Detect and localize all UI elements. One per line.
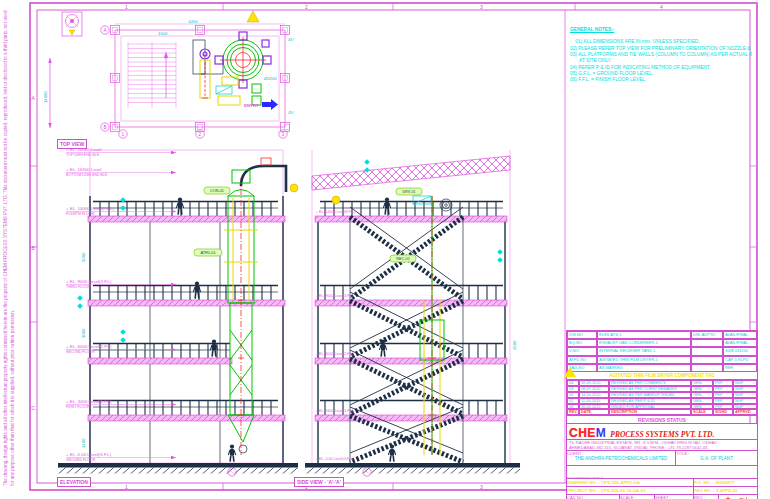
cell: [691, 347, 723, 355]
plan-view-label: TOP VIEW: [57, 139, 87, 149]
general-notes: GENERAL NOTES:- 01) ALL DIMENSIONS ARE I…: [570, 14, 752, 90]
revision-triangle-icon: [564, 367, 576, 377]
balloon-icon: [290, 184, 298, 192]
plan-dim-inner: 1500: [158, 31, 168, 36]
side-dim: 4500: [512, 340, 517, 350]
zone-number: 4: [660, 4, 663, 10]
scale-label: SCALE :: [620, 495, 654, 499]
project-no: CPS-526-09-14-GA-01: [601, 488, 646, 493]
cell: ELEV-ATS-1: [597, 331, 691, 339]
ground-line: [58, 463, 298, 474]
ground-line: [305, 463, 520, 474]
cell: SIZE-DN150: [723, 347, 757, 355]
component-table: DW-NOELEV-ATS-1DW. ADPTD :AVAIL/FINAL EQ…: [566, 330, 758, 373]
company-address: 73, RADHE INDUSTRIAL ESTATE, NR. G.V.M.M…: [567, 440, 757, 451]
svg-text:BOTTOM DISH END ELE.: BOTTOM DISH END ELE.: [66, 173, 108, 177]
drawing-sheet: The drawing, design rights and all other…: [0, 0, 770, 499]
third-angle-projection-icon: [719, 496, 757, 499]
svg-text:+ EL. 9000 Level(3.F.L): + EL. 9000 Level(3.F.L): [66, 279, 112, 284]
note-item: AT SITE ONLY.: [570, 58, 612, 63]
side-level-label: + EL. 9000 Level(3.F.L): [316, 294, 353, 298]
elev-dim: 3400: [81, 438, 86, 448]
svg-text:+ EL. 0.00 Level(G.F.L): + EL. 0.00 Level(G.F.L): [66, 452, 112, 457]
company-logo: CHEM PROCESS SYSTEMS PVT. LTD.: [567, 424, 757, 440]
zone-number: 3: [480, 484, 483, 490]
svg-text:GROUND FLOOR: GROUND FLOOR: [66, 458, 96, 462]
side-level-label: + EL. 0.00 Level(G.F.L): [316, 457, 353, 461]
cell: AVAIL/FINAL: [723, 339, 757, 347]
project-no-label: PROJECT NO. :: [567, 488, 599, 493]
plan-dim-rb: 45°: [288, 110, 295, 115]
svg-text:+ EL. 14000 Level(P.F.L): + EL. 14000 Level(P.F.L): [66, 206, 114, 211]
cell: AGITATED THIN FILM DRYER-1: [597, 356, 691, 364]
svg-text:REC-01: REC-01: [396, 257, 410, 261]
cell: EXHAUST GAS CONDENSER-1: [597, 339, 691, 347]
cell: V-NO: [567, 347, 597, 355]
title-block: CHEM PROCESS SYSTEMS PVT. LTD. 73, RADHE…: [566, 423, 758, 499]
note-item: 05) G.F.L. = GROUND FLOOR LEVEL.: [570, 71, 653, 76]
svg-text:DRV-01: DRV-01: [402, 190, 415, 194]
cad-no-label: CAD NO. :: [567, 495, 619, 499]
logo-text: M: [596, 426, 606, 440]
note-item: 06) F.F.L. = FINISH FLOOR LEVEL.: [570, 77, 646, 82]
zone-letter: C: [32, 405, 36, 411]
cell: EQ-NO: [567, 339, 597, 347]
drawing-no: CPS-526-ATFD-GA: [601, 480, 640, 485]
note-item: 02) PLEASE REFER TOP VIEW FOR PRELIMINAR…: [570, 46, 752, 51]
plan-dim-circle: Ø2200: [264, 76, 277, 81]
drawing-po-row: DRAWING NO. : CPS-526-ATFD-GA P.O. NO. :…: [567, 479, 757, 487]
svg-text:THIRD FLOOR: THIRD FLOOR: [66, 285, 91, 289]
zone-number: 3: [480, 4, 483, 10]
grid-bubble: A: [103, 28, 106, 33]
rev-label: REV. :: [694, 495, 718, 499]
cell: [691, 356, 723, 364]
elev-dim: 3000: [81, 328, 86, 338]
cell: [691, 339, 723, 347]
po-no: 26000677: [715, 480, 735, 485]
cell: DW-NO: [567, 331, 597, 339]
svg-text:+ EL. 6000 Level(2.F.L): + EL. 6000 Level(2.F.L): [66, 344, 112, 349]
svg-text:+ EL. 3400 Level(1.F.L): + EL. 3400 Level(1.F.L): [66, 399, 112, 404]
tag-no: Z-ATFD-01: [716, 488, 738, 493]
side-level-label: + EL. 14000 Level(P.F.L): [316, 210, 355, 214]
plan-dim-top: 4200: [188, 19, 198, 24]
company-name: PROCESS SYSTEMS PVT. LTD.: [610, 430, 714, 439]
note-item: 01) ALL DIMENSIONS ARE IN mm. UNLESS SPE…: [575, 39, 699, 44]
zone-number: 1: [125, 484, 128, 490]
svg-text:SECOND FLOOR: SECOND FLOOR: [66, 350, 95, 354]
client-value: THE ANDHRA PETROCHEMICALS LIMITED: [567, 456, 675, 461]
svg-text:ATFD-01: ATFD-01: [200, 251, 215, 255]
elev-dim: 5000: [81, 252, 86, 262]
side-view-label: SIDE VIEW - 'A'-'A': [294, 477, 344, 487]
revision-table: 0416-09-2015REVISED AS PER COMMENTSGEN.P…: [566, 379, 758, 416]
drawing-no-label: DRAWING NO. :: [567, 480, 600, 485]
plan-dim-rt: 45°: [288, 37, 295, 42]
note-item: 03) ALL PLATFORMS AND TIE WALLS (COLUMN …: [570, 52, 752, 57]
svg-text:FOURTH FLOOR: FOURTH FLOOR: [66, 212, 95, 216]
client-title-row: CLIENT : THE ANDHRA PETROCHEMICALS LIMIT…: [567, 451, 757, 466]
project-tag-row: PROJECT NO. : CPS-526-09-14-GA-01 TAG NO…: [567, 487, 757, 495]
entry-label: ENTRY: [244, 103, 259, 108]
note-item: 04) REFER P & ID FOR INDICATING METHOD O…: [570, 65, 711, 70]
notes-title: GENERAL NOTES:-: [570, 27, 752, 33]
sheet-label: SHEET :: [655, 495, 693, 499]
address-line: AHMEDABAD-382 415, GUJARAT, (INDIA). PHO…: [569, 445, 755, 450]
zone-number: 2: [305, 4, 308, 10]
cell: ATFD-NO: [567, 356, 597, 364]
svg-text:FIRST FLOOR: FIRST FLOOR: [66, 405, 90, 409]
title-value: G.A. OF PLANT: [676, 456, 757, 461]
cell: AVAIL/FINAL: [723, 331, 757, 339]
balloon-icon: [332, 196, 340, 204]
grid-bubble: B: [103, 125, 106, 130]
sheet-info-row: CAD NO. : CPS-TB6 SCALE : NTS SHEET : 1 …: [567, 495, 757, 499]
cell: DW. ADPTD :: [691, 331, 723, 339]
tag-no-label: TAG NO. :: [694, 488, 715, 493]
plan-dim-left: 14000: [43, 91, 48, 103]
cell: INTERNAL RECEIVER TANK-1: [597, 347, 691, 355]
svg-text:CON-01: CON-01: [210, 189, 224, 193]
side-level-label: + EL. 6000 Level(2.F.L): [316, 352, 353, 356]
cell: CAP-5 KLPD: [723, 356, 757, 364]
equipment-row: EQUIPMENT TITLE : G.A. DRAWING OF AGITAT…: [567, 466, 757, 479]
zone-number: 1: [125, 4, 128, 10]
svg-text:TOP DISH END ELE.: TOP DISH END ELE.: [66, 153, 100, 157]
